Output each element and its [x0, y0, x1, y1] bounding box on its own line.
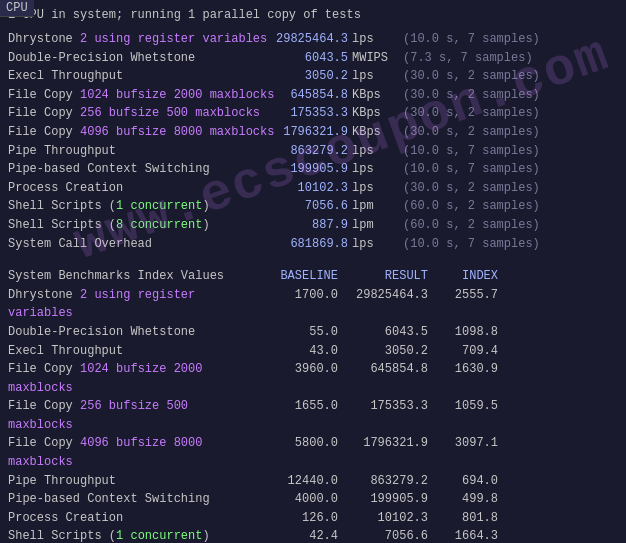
index-result-execl: 3050.2 [338, 342, 428, 361]
bench-meta-syscall: (10.0 s, 7 samples) [403, 235, 540, 254]
index-base-whetstone: 55.0 [248, 323, 338, 342]
index-col-base: BASELINE [248, 267, 338, 286]
index-label-execl: Execl Throughput [8, 342, 248, 361]
bench-row-context: Pipe-based Context Switching 199905.9 lp… [8, 160, 618, 179]
index-label-context: Pipe-based Context Switching [8, 490, 248, 509]
index-base-execl: 43.0 [248, 342, 338, 361]
bench-row-pipe: Pipe Throughput 863279.2 lps (10.0 s, 7 … [8, 142, 618, 161]
index-row-whetstone: Double-Precision Whetstone 55.0 6043.5 1… [8, 323, 618, 342]
bench-unit-filecopy256: KBps [348, 104, 403, 123]
index-base-dhrystone: 1700.0 [248, 286, 338, 323]
bench-unit-filecopy1024: KBps [348, 86, 403, 105]
bench-unit-dhrystone: lps [348, 30, 403, 49]
index-base-shell1: 42.4 [248, 527, 338, 543]
bench-label-syscall: System Call Overhead [8, 235, 248, 254]
index-row-fc4096: File Copy 4096 bufsize 8000 maxblocks 58… [8, 434, 618, 471]
bench-row-dhrystone: Dhrystone 2 using register variables 298… [8, 30, 618, 49]
bench-label-filecopy256: File Copy 256 bufsize 500 maxblocks [8, 104, 248, 123]
bench-row-shell1: Shell Scripts (1 concurrent) 7056.6 lpm … [8, 197, 618, 216]
bench-value-process: 10102.3 [248, 179, 348, 198]
bench-row-execl: Execl Throughput 3050.2 lps (30.0 s, 2 s… [8, 67, 618, 86]
bench-meta-shell8: (60.0 s, 2 samples) [403, 216, 540, 235]
bench-meta-whetstone: (7.3 s, 7 samples) [403, 49, 533, 68]
bench-unit-context: lps [348, 160, 403, 179]
index-result-context: 199905.9 [338, 490, 428, 509]
bench-unit-syscall: lps [348, 235, 403, 254]
index-idx-execl: 709.4 [428, 342, 498, 361]
index-label-process: Process Creation [8, 509, 248, 528]
index-row-shell1: Shell Scripts (1 concurrent) 42.4 7056.6… [8, 527, 618, 543]
bench-meta-filecopy1024: (30.0 s, 2 samples) [403, 86, 540, 105]
header-line: 1 CPU in system; running 1 parallel copy… [8, 6, 618, 24]
index-label-pipe: Pipe Throughput [8, 472, 248, 491]
index-idx-context: 499.8 [428, 490, 498, 509]
bench-unit-shell8: lpm [348, 216, 403, 235]
bench-label-shell1: Shell Scripts (1 concurrent) [8, 197, 248, 216]
index-col-label: System Benchmarks Index Values [8, 267, 248, 286]
index-result-shell1: 7056.6 [338, 527, 428, 543]
index-result-fc256: 175353.3 [338, 397, 428, 434]
index-label-fc1024: File Copy 1024 bufsize 2000 maxblocks [8, 360, 248, 397]
bench-value-filecopy256: 175353.3 [248, 104, 348, 123]
bench-unit-filecopy4096: KBps [348, 123, 403, 142]
bench-label-filecopy4096: File Copy 4096 bufsize 8000 maxblocks [8, 123, 248, 142]
bench-row-syscall: System Call Overhead 681869.8 lps (10.0 … [8, 235, 618, 254]
bench-meta-process: (30.0 s, 2 samples) [403, 179, 540, 198]
index-result-pipe: 863279.2 [338, 472, 428, 491]
bench-row-filecopy256: File Copy 256 bufsize 500 maxblocks 1753… [8, 104, 618, 123]
index-row-fc256: File Copy 256 bufsize 500 maxblocks 1655… [8, 397, 618, 434]
index-idx-shell1: 1664.3 [428, 527, 498, 543]
bench-value-filecopy4096: 1796321.9 [248, 123, 348, 142]
index-base-fc256: 1655.0 [248, 397, 338, 434]
index-section: System Benchmarks Index Values BASELINE … [8, 267, 618, 543]
index-label-fc256: File Copy 256 bufsize 500 maxblocks [8, 397, 248, 434]
bench-value-context: 199905.9 [248, 160, 348, 179]
index-idx-fc1024: 1630.9 [428, 360, 498, 397]
index-row-fc1024: File Copy 1024 bufsize 2000 maxblocks 39… [8, 360, 618, 397]
index-label-dhrystone: Dhrystone 2 using register variables [8, 286, 248, 323]
index-result-whetstone: 6043.5 [338, 323, 428, 342]
index-result-fc4096: 1796321.9 [338, 434, 428, 471]
bench-value-pipe: 863279.2 [248, 142, 348, 161]
index-base-context: 4000.0 [248, 490, 338, 509]
index-row-dhrystone: Dhrystone 2 using register variables 170… [8, 286, 618, 323]
bench-meta-filecopy256: (30.0 s, 2 samples) [403, 104, 540, 123]
bench-label-whetstone: Double-Precision Whetstone [8, 49, 248, 68]
bench-value-shell8: 887.9 [248, 216, 348, 235]
index-idx-whetstone: 1098.8 [428, 323, 498, 342]
index-idx-pipe: 694.0 [428, 472, 498, 491]
index-idx-dhrystone: 2555.7 [428, 286, 498, 323]
index-row-context: Pipe-based Context Switching 4000.0 1999… [8, 490, 618, 509]
bench-unit-whetstone: MWIPS [348, 49, 403, 68]
index-col-result: RESULT [338, 267, 428, 286]
bench-meta-filecopy4096: (30.0 s, 2 samples) [403, 123, 540, 142]
index-idx-fc256: 1059.5 [428, 397, 498, 434]
bench-unit-execl: lps [348, 67, 403, 86]
index-base-fc1024: 3960.0 [248, 360, 338, 397]
index-col-index: INDEX [428, 267, 498, 286]
bench-label-execl: Execl Throughput [8, 67, 248, 86]
bench-row-process: Process Creation 10102.3 lps (30.0 s, 2 … [8, 179, 618, 198]
bench-value-syscall: 681869.8 [248, 235, 348, 254]
index-label-whetstone: Double-Precision Whetstone [8, 323, 248, 342]
index-result-dhrystone: 29825464.3 [338, 286, 428, 323]
index-base-fc4096: 5800.0 [248, 434, 338, 471]
bench-meta-context: (10.0 s, 7 samples) [403, 160, 540, 179]
bench-label-pipe: Pipe Throughput [8, 142, 248, 161]
bench-label-context: Pipe-based Context Switching [8, 160, 248, 179]
index-label-fc4096: File Copy 4096 bufsize 8000 maxblocks [8, 434, 248, 471]
index-idx-fc4096: 3097.1 [428, 434, 498, 471]
bench-meta-execl: (30.0 s, 2 samples) [403, 67, 540, 86]
bench-value-filecopy1024: 645854.8 [248, 86, 348, 105]
bench-label-filecopy1024: File Copy 1024 bufsize 2000 maxblocks [8, 86, 248, 105]
bench-row-shell8: Shell Scripts (8 concurrent) 887.9 lpm (… [8, 216, 618, 235]
cpu-tab[interactable]: CPU [0, 0, 34, 17]
index-row-process: Process Creation 126.0 10102.3 801.8 [8, 509, 618, 528]
bench-row-whetstone: Double-Precision Whetstone 6043.5 MWIPS … [8, 49, 618, 68]
bench-label-shell8: Shell Scripts (8 concurrent) [8, 216, 248, 235]
bench-meta-pipe: (10.0 s, 7 samples) [403, 142, 540, 161]
bench-unit-shell1: lpm [348, 197, 403, 216]
bench-row-filecopy4096: File Copy 4096 bufsize 8000 maxblocks 17… [8, 123, 618, 142]
bench-meta-shell1: (60.0 s, 2 samples) [403, 197, 540, 216]
bench-meta-dhrystone: (10.0 s, 7 samples) [403, 30, 540, 49]
